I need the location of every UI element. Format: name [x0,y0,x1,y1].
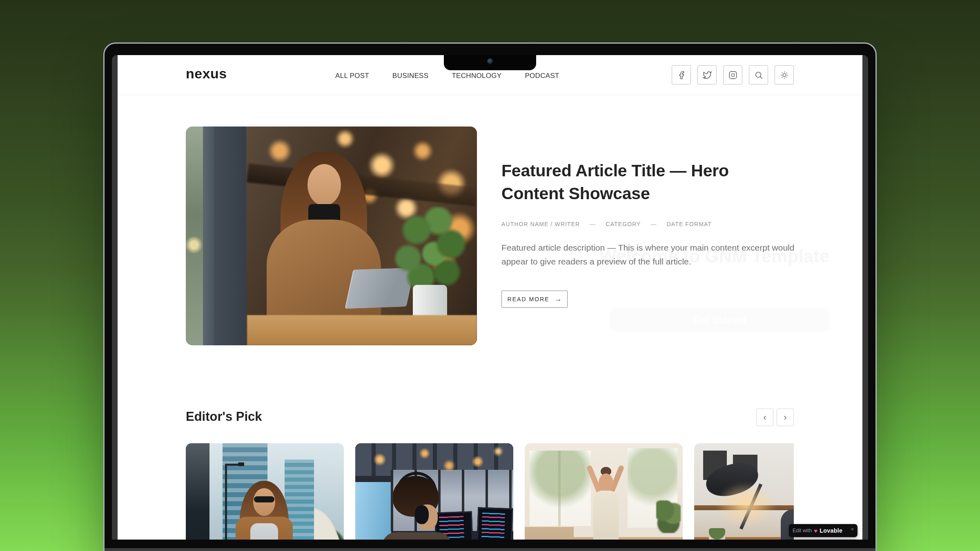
editors-pick-heading: Editor's Pick [186,409,262,424]
meta-separator: — [651,221,657,227]
read-more-button[interactable]: READ MORE → [501,291,568,308]
lovable-edit-badge[interactable]: Edit with ♥ Lovable × [789,524,858,537]
lamp-glow [715,482,777,527]
facebook-icon [677,71,686,80]
nav-item-business[interactable]: BUSINESS [392,72,428,80]
headphone-earcup [415,505,429,524]
header-actions [672,65,794,84]
twitter-button[interactable] [697,65,717,84]
webcam-icon [487,58,493,64]
carousel-next-button[interactable]: › [777,409,794,426]
carousel-track [186,443,794,540]
search-icon [754,71,763,80]
instagram-icon [728,71,737,80]
editors-pick-card-street-style[interactable] [186,443,344,540]
laptop-screen: nexus ALL POST BUSINESS TECHNOLOGY PODCA… [112,55,868,540]
meta-separator: — [590,221,596,227]
editors-pick-card-programmer[interactable] [355,443,513,540]
potted-plant [709,528,725,540]
woman-face [307,164,341,206]
city-street-style-photo [186,443,344,540]
programmer-workspace-photo [355,443,513,540]
brand-logo[interactable]: nexus [186,66,227,82]
chevron-left-icon: ‹ [763,413,766,422]
main-nav: ALL POST BUSINESS TECHNOLOGY PODCAST [335,72,559,80]
featured-article-image[interactable] [186,127,477,345]
facebook-button[interactable] [672,65,691,84]
desk-study-photo [694,443,794,540]
lovable-close-button[interactable]: × [851,526,854,532]
category-label: CATEGORY [606,221,641,227]
featured-article-meta: AUTHOR NAME / WRITER — CATEGORY — DATE F… [501,221,712,227]
lovable-brand-label: Lovable [820,527,842,534]
sun-icon [780,71,789,80]
date-label: DATE FORMAT [667,221,712,227]
nav-item-all-post[interactable]: ALL POST [335,72,369,80]
editors-pick-card-yoga[interactable] [525,443,683,540]
carousel-prev-button[interactable]: ‹ [756,409,773,426]
laptop-hinge [105,548,875,551]
desktop-background: nexus ALL POST BUSINESS TECHNOLOGY PODCA… [0,0,980,551]
header-divider [118,95,862,95]
editors-pick-carousel [186,443,794,540]
twitter-icon [703,71,712,80]
featured-article-title[interactable]: Featured Article Title — Hero Content Sh… [501,160,787,205]
house-plant [656,500,681,533]
theme-toggle-button[interactable] [775,65,794,84]
chevron-right-icon: › [784,413,786,422]
wooden-table [247,315,477,345]
nav-item-technology[interactable]: TECHNOLOGY [452,72,501,80]
featured-article-description: Featured article description — This is w… [501,241,802,269]
lovable-badge-prefix: Edit with [793,528,812,533]
editors-pick-card-desk-study[interactable] [694,443,794,540]
code-monitor [476,507,513,540]
read-more-label: READ MORE [508,296,550,302]
instagram-button[interactable] [723,65,742,84]
lovable-heart-icon: ♥ [814,528,817,534]
author-name: AUTHOR NAME / WRITER [501,221,580,227]
search-button[interactable] [749,65,768,84]
sunglasses [254,496,274,502]
laptop-mockup: nexus ALL POST BUSINESS TECHNOLOGY PODCA… [103,42,877,551]
yoga-woman-head [599,473,613,492]
ghost-get-started-button[interactable]: Get Started [610,308,829,332]
street-lamp-pole [225,464,227,540]
nav-item-podcast[interactable]: PODCAST [525,72,559,80]
ceiling-light-glow [355,443,513,480]
laptop-notch [444,55,536,70]
home-yoga-photo [525,443,683,540]
street-lamp-head [238,462,244,466]
arrow-right-icon: → [555,295,561,303]
programmer-shoulders [382,532,452,540]
gray-top [250,523,278,540]
yoga-woman-torso [593,491,619,540]
